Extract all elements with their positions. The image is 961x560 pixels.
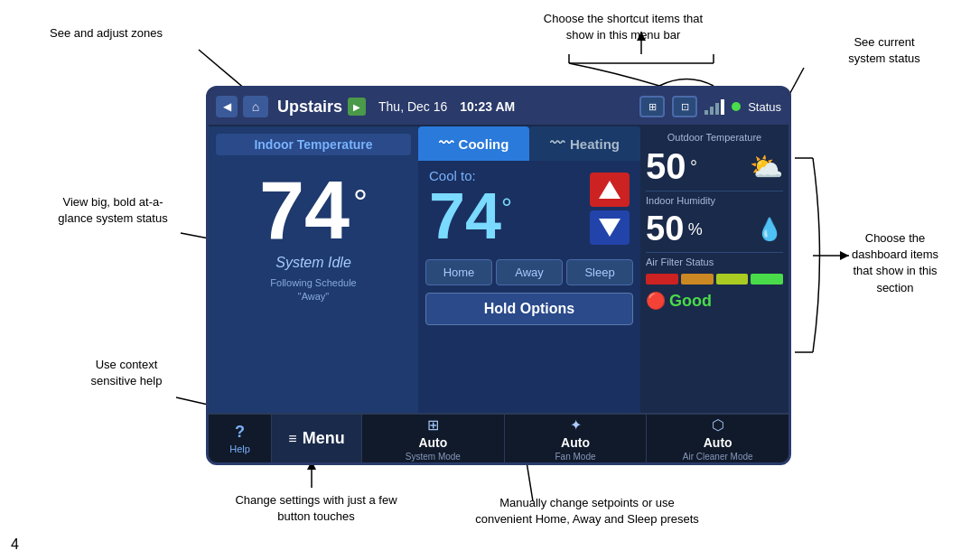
help-label: Help xyxy=(229,443,250,454)
outdoor-temp-value: 50 xyxy=(646,146,686,186)
heating-label: Heating xyxy=(570,136,620,152)
preset-buttons: Home Away Sleep xyxy=(418,256,640,289)
setpoint-value: 74 xyxy=(429,183,501,248)
humidity-icon: 💧 xyxy=(756,217,783,242)
zone-name: Upstairs xyxy=(277,98,342,117)
weather-cloud-icon: ⛅ xyxy=(750,151,783,182)
help-button[interactable]: ? Help xyxy=(209,415,272,462)
system-status-text: System Idle xyxy=(216,255,411,271)
fan-mode-button[interactable]: ✦ Auto Fan Mode xyxy=(505,415,648,462)
signal-bar-1 xyxy=(704,110,708,115)
header-date: Thu, Dec 16 xyxy=(378,99,447,114)
down-arrow-icon xyxy=(599,219,620,237)
sleep-preset-button[interactable]: Sleep xyxy=(566,259,633,285)
up-arrow-icon xyxy=(599,181,620,199)
schedule-info-text: Following Schedule"Away" xyxy=(216,276,411,304)
fan-mode-sub: Fan Mode xyxy=(555,452,595,462)
main-content: Indoor Temperature 74 ° System Idle Foll… xyxy=(209,126,788,413)
annotation-change-settings: Change settings with just a few button t… xyxy=(226,492,406,525)
control-panel: 〰 Cooling 〰 Heating Cool to: 74 ° xyxy=(418,126,640,413)
system-mode-button[interactable]: ⊞ Auto System Mode xyxy=(362,415,505,462)
divider-1 xyxy=(646,191,783,191)
humidity-value: 50 xyxy=(646,210,684,247)
hold-options-button[interactable]: Hold Options xyxy=(425,293,633,325)
system-mode-label: Auto xyxy=(418,435,447,450)
nav-forward-button[interactable]: ▶ xyxy=(348,98,366,116)
page-number: 4 xyxy=(11,537,19,553)
aq-bad xyxy=(646,274,678,285)
annotation-see-zones: See and adjust zones xyxy=(50,25,163,42)
home-preset-button[interactable]: Home xyxy=(425,259,492,285)
cooling-icon: 〰 xyxy=(439,135,453,152)
setpoint-controls xyxy=(590,173,630,245)
system-mode-sub: System Mode xyxy=(406,452,461,462)
annotation-view-bold: View big, bold at-a-glance system status xyxy=(54,194,172,227)
heating-tab[interactable]: 〰 Heating xyxy=(529,126,640,161)
humidity-pct: % xyxy=(688,220,703,238)
air-cleaner-button[interactable]: ⬡ Auto Air Cleaner Mode xyxy=(647,415,788,462)
air-cleaner-icon: ⬡ xyxy=(712,416,724,434)
bottom-bar: ? Help ≡ Menu ⊞ Auto System Mode ✦ Auto … xyxy=(209,413,788,462)
outdoor-temp-deg: ° xyxy=(690,157,697,177)
setpoint-area: Cool to: 74 ° xyxy=(418,161,640,256)
air-cleaner-sub: Air Cleaner Mode xyxy=(683,452,753,462)
cooling-label: Cooling xyxy=(459,136,509,152)
air-quality-bar xyxy=(646,274,783,285)
divider-2 xyxy=(646,252,783,253)
air-cleaner-label: Auto xyxy=(704,435,732,450)
humidity-area: 50 % 💧 xyxy=(646,210,783,248)
heating-icon: 〰 xyxy=(550,135,564,152)
header-bar: ◀ ⌂ Upstairs ▶ Thu, Dec 16 10:23 AM ⊞ ⊡ … xyxy=(209,89,788,126)
air-quality-status: Good xyxy=(669,292,712,311)
header-icons: ⊞ ⊡ Status xyxy=(639,96,781,117)
aq-ok xyxy=(716,274,749,285)
humidity-title: Indoor Humidity xyxy=(646,195,783,206)
system-mode-icon: ⊞ xyxy=(427,416,439,434)
menu-list-icon: ≡ xyxy=(288,431,296,447)
annotation-see-status: See current system status xyxy=(835,34,934,67)
thermostat-device: ◀ ⌂ Upstairs ▶ Thu, Dec 16 10:23 AM ⊞ ⊡ … xyxy=(206,86,791,465)
annotation-manual-change: Manually change setpoints or use conveni… xyxy=(470,495,704,527)
signal-bars xyxy=(704,98,724,115)
annotation-shortcut-items: Choose the shortcut items that show in t… xyxy=(533,11,714,43)
aq-good xyxy=(751,274,783,285)
outdoor-panel: Outdoor Temperature 50 ° ⛅ Indoor Humidi… xyxy=(640,126,788,413)
status-indicator xyxy=(732,102,741,111)
indoor-temp-deg: ° xyxy=(353,182,368,223)
status-text: Status xyxy=(748,100,781,114)
away-preset-button[interactable]: Away xyxy=(496,259,563,285)
annotation-choose-dashboard: Choose the dashboard items that show in … xyxy=(845,230,945,296)
menu-label: Menu xyxy=(303,429,345,448)
nav-back-button[interactable]: ◀ xyxy=(216,96,238,117)
indoor-temp-panel: Indoor Temperature 74 ° System Idle Foll… xyxy=(209,126,418,413)
fan-mode-icon: ✦ xyxy=(570,416,582,434)
aq-fair xyxy=(681,274,714,285)
air-quality-gauge-icon: 🔴 xyxy=(646,291,666,311)
wifi-icon-button[interactable]: ⊡ xyxy=(672,96,697,117)
menu-button[interactable]: ≡ Menu xyxy=(272,415,362,462)
mode-tabs: 〰 Cooling 〰 Heating xyxy=(418,126,640,161)
indoor-temp-title: Indoor Temperature xyxy=(216,134,411,155)
home-icon: ⌂ xyxy=(243,96,268,117)
temp-up-button[interactable] xyxy=(590,173,630,207)
outdoor-temp-title: Outdoor Temperature xyxy=(646,132,783,143)
fan-mode-label: Auto xyxy=(561,435,590,450)
setpoint-deg: ° xyxy=(501,192,512,223)
signal-bar-4 xyxy=(721,99,724,115)
signal-bar-3 xyxy=(715,103,719,115)
indoor-temp-value: 74 xyxy=(259,170,350,251)
air-filter-title: Air Filter Status xyxy=(646,257,783,267)
annotation-context-help: Use context sensitive help xyxy=(72,357,181,389)
cooling-tab[interactable]: 〰 Cooling xyxy=(418,126,529,161)
dashboard-icon-button[interactable]: ⊞ xyxy=(639,96,665,117)
temp-down-button[interactable] xyxy=(590,210,630,245)
help-question-icon: ? xyxy=(235,423,245,442)
outdoor-temp-area: 50 ° ⛅ xyxy=(646,146,783,187)
header-time: 10:23 AM xyxy=(460,99,515,114)
signal-bar-2 xyxy=(710,107,714,115)
